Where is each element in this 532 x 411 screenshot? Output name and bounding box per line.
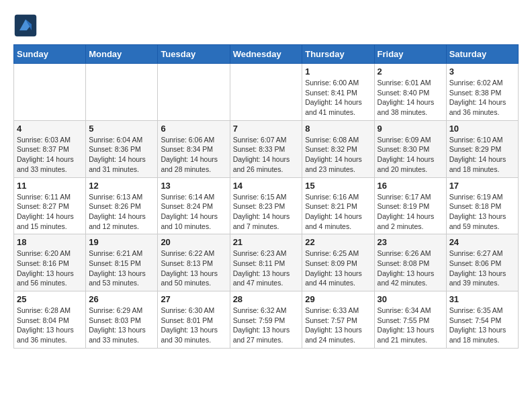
day-info: Sunrise: 6:23 AM Sunset: 8:11 PM Dayligh… (233, 248, 300, 288)
header (13, 13, 519, 38)
calendar-cell (158, 64, 230, 121)
day-number: 26 (89, 294, 154, 304)
header-day-friday: Friday (374, 45, 446, 64)
day-info: Sunrise: 6:28 AM Sunset: 8:04 PM Dayligh… (17, 306, 83, 345)
day-number: 2 (378, 66, 443, 77)
calendar-cell (86, 64, 158, 121)
day-number: 4 (17, 124, 83, 134)
calendar-cell: 28Sunrise: 6:32 AM Sunset: 7:59 PM Dayli… (230, 291, 302, 349)
day-info: Sunrise: 6:06 AM Sunset: 8:34 PM Dayligh… (161, 135, 226, 175)
day-info: Sunrise: 6:26 AM Sunset: 8:08 PM Dayligh… (378, 248, 443, 288)
calendar-cell: 26Sunrise: 6:29 AM Sunset: 8:03 PM Dayli… (86, 291, 158, 349)
logo (13, 13, 40, 38)
day-info: Sunrise: 6:35 AM Sunset: 7:54 PM Dayligh… (449, 306, 515, 345)
week-row-5: 25Sunrise: 6:28 AM Sunset: 8:04 PM Dayli… (14, 291, 519, 349)
day-info: Sunrise: 6:01 AM Sunset: 8:40 PM Dayligh… (378, 78, 443, 118)
day-number: 6 (161, 124, 226, 134)
day-number: 10 (449, 124, 515, 134)
calendar-cell: 4Sunrise: 6:03 AM Sunset: 8:37 PM Daylig… (14, 120, 86, 177)
calendar-cell: 5Sunrise: 6:04 AM Sunset: 8:36 PM Daylig… (86, 120, 158, 177)
day-number: 12 (89, 181, 154, 191)
day-number: 28 (233, 294, 300, 304)
calendar-cell (14, 64, 86, 121)
day-info: Sunrise: 6:19 AM Sunset: 8:18 PM Dayligh… (449, 192, 515, 232)
day-number: 1 (305, 66, 371, 77)
day-number: 11 (17, 181, 83, 191)
day-number: 20 (161, 237, 226, 247)
day-number: 13 (161, 181, 226, 191)
day-number: 17 (449, 181, 515, 191)
day-number: 27 (161, 294, 226, 304)
calendar-cell: 7Sunrise: 6:07 AM Sunset: 8:33 PM Daylig… (230, 120, 302, 177)
day-info: Sunrise: 6:09 AM Sunset: 8:30 PM Dayligh… (378, 135, 443, 175)
day-number: 22 (305, 237, 371, 247)
calendar-cell: 8Sunrise: 6:08 AM Sunset: 8:32 PM Daylig… (302, 120, 374, 177)
day-info: Sunrise: 6:08 AM Sunset: 8:32 PM Dayligh… (305, 135, 371, 175)
calendar-cell: 24Sunrise: 6:27 AM Sunset: 8:06 PM Dayli… (446, 234, 518, 291)
day-number: 15 (305, 181, 371, 191)
calendar-cell: 29Sunrise: 6:33 AM Sunset: 7:57 PM Dayli… (302, 291, 374, 349)
day-number: 29 (305, 294, 371, 304)
calendar-table: SundayMondayTuesdayWednesdayThursdayFrid… (13, 44, 519, 349)
calendar-cell: 17Sunrise: 6:19 AM Sunset: 8:18 PM Dayli… (446, 177, 518, 234)
header-day-thursday: Thursday (302, 45, 374, 64)
day-info: Sunrise: 6:04 AM Sunset: 8:36 PM Dayligh… (89, 135, 154, 175)
day-number: 16 (378, 181, 443, 191)
day-info: Sunrise: 6:34 AM Sunset: 7:55 PM Dayligh… (378, 306, 443, 345)
day-info: Sunrise: 6:20 AM Sunset: 8:16 PM Dayligh… (17, 248, 83, 288)
calendar-cell: 1Sunrise: 6:00 AM Sunset: 8:41 PM Daylig… (302, 64, 374, 121)
calendar-cell: 25Sunrise: 6:28 AM Sunset: 8:04 PM Dayli… (14, 291, 86, 349)
day-number: 7 (233, 124, 300, 134)
day-info: Sunrise: 6:25 AM Sunset: 8:09 PM Dayligh… (305, 248, 371, 288)
week-row-1: 1Sunrise: 6:00 AM Sunset: 8:41 PM Daylig… (14, 64, 519, 121)
day-number: 9 (378, 124, 443, 134)
day-number: 30 (378, 294, 443, 304)
day-number: 19 (89, 237, 154, 247)
week-row-4: 18Sunrise: 6:20 AM Sunset: 8:16 PM Dayli… (14, 234, 519, 291)
calendar-cell: 13Sunrise: 6:14 AM Sunset: 8:24 PM Dayli… (158, 177, 230, 234)
day-info: Sunrise: 6:32 AM Sunset: 7:59 PM Dayligh… (233, 306, 300, 345)
day-info: Sunrise: 6:02 AM Sunset: 8:38 PM Dayligh… (449, 78, 515, 118)
header-day-tuesday: Tuesday (158, 45, 230, 64)
calendar-cell: 20Sunrise: 6:22 AM Sunset: 8:13 PM Dayli… (158, 234, 230, 291)
header-day-sunday: Sunday (14, 45, 86, 64)
day-info: Sunrise: 6:16 AM Sunset: 8:21 PM Dayligh… (305, 192, 371, 232)
day-number: 8 (305, 124, 371, 134)
header-day-monday: Monday (86, 45, 158, 64)
calendar-body: 1Sunrise: 6:00 AM Sunset: 8:41 PM Daylig… (14, 64, 519, 349)
calendar-cell: 12Sunrise: 6:13 AM Sunset: 8:26 PM Dayli… (86, 177, 158, 234)
day-info: Sunrise: 6:14 AM Sunset: 8:24 PM Dayligh… (161, 192, 226, 232)
week-row-2: 4Sunrise: 6:03 AM Sunset: 8:37 PM Daylig… (14, 120, 519, 177)
day-number: 18 (17, 237, 83, 247)
calendar-cell: 27Sunrise: 6:30 AM Sunset: 8:01 PM Dayli… (158, 291, 230, 349)
day-info: Sunrise: 6:00 AM Sunset: 8:41 PM Dayligh… (305, 78, 371, 118)
calendar-cell: 14Sunrise: 6:15 AM Sunset: 8:23 PM Dayli… (230, 177, 302, 234)
calendar-cell: 6Sunrise: 6:06 AM Sunset: 8:34 PM Daylig… (158, 120, 230, 177)
day-number: 14 (233, 181, 300, 191)
day-info: Sunrise: 6:33 AM Sunset: 7:57 PM Dayligh… (305, 306, 371, 345)
day-info: Sunrise: 6:11 AM Sunset: 8:27 PM Dayligh… (17, 192, 83, 232)
day-info: Sunrise: 6:30 AM Sunset: 8:01 PM Dayligh… (161, 306, 226, 345)
day-number: 3 (449, 66, 515, 77)
calendar-cell: 10Sunrise: 6:10 AM Sunset: 8:29 PM Dayli… (446, 120, 518, 177)
day-number: 25 (17, 294, 83, 304)
calendar-cell: 31Sunrise: 6:35 AM Sunset: 7:54 PM Dayli… (446, 291, 518, 349)
day-info: Sunrise: 6:15 AM Sunset: 8:23 PM Dayligh… (233, 192, 300, 232)
day-info: Sunrise: 6:10 AM Sunset: 8:29 PM Dayligh… (449, 135, 515, 175)
calendar-cell: 9Sunrise: 6:09 AM Sunset: 8:30 PM Daylig… (374, 120, 446, 177)
header-row: SundayMondayTuesdayWednesdayThursdayFrid… (14, 45, 519, 64)
calendar-cell: 23Sunrise: 6:26 AM Sunset: 8:08 PM Dayli… (374, 234, 446, 291)
calendar-cell: 18Sunrise: 6:20 AM Sunset: 8:16 PM Dayli… (14, 234, 86, 291)
header-day-saturday: Saturday (446, 45, 518, 64)
calendar-cell (230, 64, 302, 121)
week-row-3: 11Sunrise: 6:11 AM Sunset: 8:27 PM Dayli… (14, 177, 519, 234)
day-number: 31 (449, 294, 515, 304)
day-info: Sunrise: 6:21 AM Sunset: 8:15 PM Dayligh… (89, 248, 154, 288)
calendar-cell: 3Sunrise: 6:02 AM Sunset: 8:38 PM Daylig… (446, 64, 518, 121)
day-info: Sunrise: 6:17 AM Sunset: 8:19 PM Dayligh… (378, 192, 443, 232)
day-info: Sunrise: 6:27 AM Sunset: 8:06 PM Dayligh… (449, 248, 515, 288)
day-info: Sunrise: 6:29 AM Sunset: 8:03 PM Dayligh… (89, 306, 154, 345)
logo-icon (13, 13, 38, 38)
day-number: 5 (89, 124, 154, 134)
calendar-header: SundayMondayTuesdayWednesdayThursdayFrid… (14, 45, 519, 64)
